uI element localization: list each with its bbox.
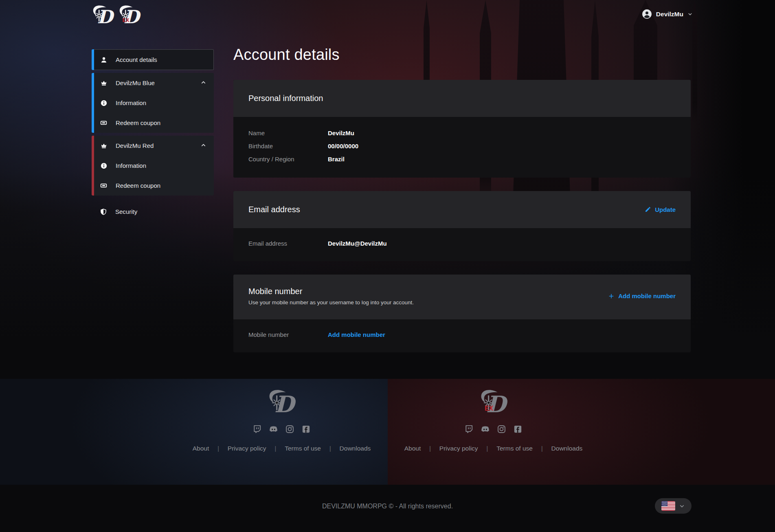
sidebar-group-devilzmu-blue: DevilzMu Blue Information bbox=[92, 73, 214, 133]
card-subtitle: Use your mobile number as your username … bbox=[248, 299, 414, 306]
mobile-header-text: Mobile number Use your mobile number as … bbox=[248, 287, 414, 306]
add-mobile-number-link[interactable]: Add mobile number bbox=[328, 331, 385, 338]
chevron-down-icon bbox=[679, 503, 685, 509]
add-mobile-number-button[interactable]: Add mobile number bbox=[608, 292, 676, 299]
social-links bbox=[252, 424, 311, 434]
footer-link-downloads[interactable]: Downloads bbox=[340, 445, 371, 452]
card-body: Mobile number Add mobile number bbox=[233, 319, 691, 352]
row-label: Birthdate bbox=[248, 142, 328, 150]
footer-link-separator: | bbox=[275, 445, 277, 452]
footer-link-terms-of-use[interactable]: Terms of use bbox=[285, 445, 321, 452]
card-title: Email address bbox=[248, 205, 300, 214]
card-title: Mobile number bbox=[248, 287, 414, 296]
page-title: Account details bbox=[233, 46, 691, 64]
footer-blue-panel: D Abou bbox=[0, 379, 388, 485]
tower-silhouette bbox=[692, 0, 697, 122]
chevron-down-icon bbox=[687, 11, 693, 17]
sidebar-item-redeem-coupon[interactable]: Redeem coupon bbox=[94, 113, 214, 133]
twitch-icon[interactable] bbox=[252, 424, 262, 434]
crown-icon bbox=[100, 142, 108, 149]
footer-link-separator: | bbox=[541, 445, 543, 452]
sidebar-item-label: Redeem coupon bbox=[116, 182, 160, 189]
footer-link-separator: | bbox=[329, 445, 331, 452]
update-label: Update bbox=[655, 206, 676, 213]
chevron-up-icon bbox=[200, 79, 206, 87]
discord-icon[interactable] bbox=[269, 424, 278, 434]
instagram-icon[interactable] bbox=[497, 424, 506, 434]
sidebar-item-redeem-coupon[interactable]: Redeem coupon bbox=[94, 176, 214, 196]
row-label: Name bbox=[248, 129, 328, 137]
blue-accent-bar bbox=[92, 73, 94, 133]
blue-accent-bar bbox=[92, 49, 94, 70]
us-flag-icon bbox=[661, 501, 675, 511]
footer-link-about[interactable]: About bbox=[193, 445, 209, 452]
sidebar-item-devilzmu-blue[interactable]: DevilzMu Blue bbox=[94, 73, 214, 93]
pencil-icon bbox=[645, 206, 651, 213]
row-value: DevilzMu bbox=[328, 129, 676, 137]
sidebar-item-label: DevilzMu Red bbox=[116, 142, 154, 149]
facebook-icon[interactable] bbox=[513, 424, 523, 434]
coupon-icon bbox=[100, 182, 108, 189]
footer-link-separator: | bbox=[487, 445, 488, 452]
coupon-icon bbox=[100, 119, 108, 127]
sidebar-item-label: DevilzMu Blue bbox=[116, 79, 155, 86]
main-content: Account details Personal information Nam… bbox=[233, 39, 691, 366]
card-header: Mobile number Use your mobile number as … bbox=[233, 275, 691, 319]
logo-ex-badge: EX bbox=[123, 18, 130, 23]
footer-red-panel: D EX bbox=[388, 379, 775, 485]
card-title: Personal information bbox=[248, 94, 323, 103]
twitch-icon[interactable] bbox=[464, 424, 474, 434]
logo-ex-badge: EX bbox=[485, 405, 494, 412]
sidebar-section-security: Security bbox=[94, 202, 214, 222]
devilzmu-ex-footer-logo: D EX bbox=[478, 389, 509, 420]
sidebar-item-label: Account details bbox=[116, 56, 157, 63]
mobile-number-card: Mobile number Use your mobile number as … bbox=[233, 275, 691, 352]
sidebar-item-information[interactable]: Information bbox=[94, 156, 214, 176]
footer-link-separator: | bbox=[429, 445, 431, 452]
devilzmu-ex-logo[interactable]: D EX bbox=[117, 4, 142, 29]
sidebar-item-security[interactable]: Security bbox=[94, 202, 214, 222]
info-icon bbox=[100, 162, 108, 169]
email-address-card: Email address Update Email address Devil… bbox=[233, 191, 691, 261]
footer-link-about[interactable]: About bbox=[404, 445, 421, 452]
facebook-icon[interactable] bbox=[301, 424, 311, 434]
sidebar-item-account-details[interactable]: Account details bbox=[94, 50, 213, 70]
info-row-email: Email address DevilzMu@DevilzMu bbox=[248, 240, 676, 247]
card-body: Name DevilzMu Birthdate 00/00/0000 Count… bbox=[233, 117, 691, 178]
logo-letter: D bbox=[123, 6, 141, 28]
user-menu-label: DevilzMu bbox=[656, 11, 683, 18]
brand-logos[interactable]: D D EX bbox=[90, 4, 142, 29]
crown-icon bbox=[100, 79, 108, 87]
chevron-up-icon bbox=[200, 142, 206, 149]
devilzmu-logo[interactable]: D bbox=[90, 4, 116, 29]
sidebar-item-label: Security bbox=[115, 208, 137, 215]
language-selector[interactable] bbox=[655, 498, 692, 514]
sidebar-item-information[interactable]: Information bbox=[94, 93, 214, 113]
row-label: Country / Region bbox=[248, 155, 328, 163]
info-row-country: Country / Region Brazil bbox=[248, 155, 676, 163]
personal-information-card: Personal information Name DevilzMu Birth… bbox=[233, 80, 691, 178]
sidebar-item-devilzmu-red[interactable]: DevilzMu Red bbox=[94, 136, 214, 156]
footer-link-terms-of-use[interactable]: Terms of use bbox=[496, 445, 533, 452]
sidebar-item-label: Redeem coupon bbox=[116, 119, 160, 126]
row-label: Mobile number bbox=[248, 331, 328, 339]
update-email-button[interactable]: Update bbox=[645, 206, 676, 213]
footer-link-privacy-policy[interactable]: Privacy policy bbox=[439, 445, 478, 452]
card-header: Email address Update bbox=[233, 191, 691, 228]
footer: D Abou bbox=[0, 379, 775, 485]
logo-letter: D bbox=[97, 6, 114, 28]
shield-icon bbox=[99, 208, 107, 215]
instagram-icon[interactable] bbox=[285, 424, 294, 434]
footer-link-separator: | bbox=[217, 445, 219, 452]
info-icon bbox=[100, 99, 108, 107]
sidebar-item-label: Information bbox=[116, 99, 146, 106]
user-menu[interactable]: DevilzMu bbox=[642, 9, 693, 19]
sidebar: Account details DevilzMu Blue bbox=[92, 49, 214, 222]
footer-links: About | Privacy policy | Terms of use | … bbox=[193, 445, 371, 452]
discord-icon[interactable] bbox=[481, 424, 490, 434]
footer-link-downloads[interactable]: Downloads bbox=[551, 445, 583, 452]
row-value: Brazil bbox=[328, 155, 676, 163]
avatar-icon bbox=[642, 9, 652, 19]
row-value: 00/00/0000 bbox=[328, 142, 676, 150]
footer-link-privacy-policy[interactable]: Privacy policy bbox=[228, 445, 266, 452]
